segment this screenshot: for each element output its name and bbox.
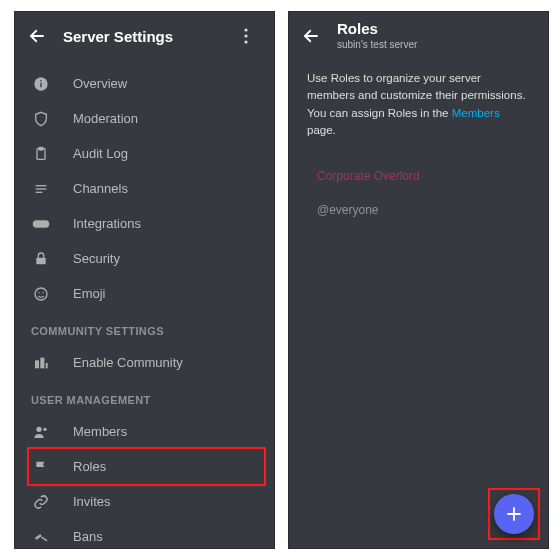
info-icon [31,74,51,94]
svg-rect-23 [41,536,47,541]
svg-point-2 [244,34,247,37]
sidebar-item-integrations[interactable]: Integrations [15,206,274,241]
section-community-settings: Community Settings [15,311,274,345]
plus-icon [505,505,523,523]
list-icon [31,179,51,199]
members-link[interactable]: Members [452,107,500,119]
menu-label: Invites [73,494,111,509]
menu-label: Members [73,424,127,439]
roles-list: Corporate Overlord @everyone [289,155,548,231]
sidebar-item-emoji[interactable]: Emoji [15,276,274,311]
section-user-management: User Management [15,380,274,414]
sidebar-item-bans[interactable]: Bans [15,519,274,549]
sidebar-item-roles[interactable]: Roles [15,449,274,484]
menu-label: Emoji [73,286,106,301]
svg-point-21 [43,427,46,430]
menu-label: Channels [73,181,128,196]
svg-rect-22 [35,533,42,539]
shield-icon [31,109,51,129]
sidebar-item-overview[interactable]: Overview [15,66,274,101]
svg-rect-17 [35,360,39,368]
menu-label: Bans [73,529,103,544]
svg-point-14 [35,288,47,300]
gamepad-icon [31,214,51,234]
server-settings-screen: Server Settings Overview Moderation Audi… [14,11,275,549]
sidebar-item-members[interactable]: Members [15,414,274,449]
desc-text-post: page. [307,124,336,136]
menu-label: Security [73,251,120,266]
lock-icon [31,249,51,269]
menu-label: Roles [73,459,106,474]
svg-rect-13 [36,257,45,264]
members-icon [31,422,51,442]
role-row-everyone[interactable]: @everyone [289,193,548,227]
tutorial-highlight-roles [27,447,266,486]
flag-icon [31,457,51,477]
clipboard-icon [31,144,51,164]
role-row-corporate-overlord[interactable]: Corporate Overlord [289,159,548,193]
role-name: @everyone [317,203,379,217]
add-role-fab-area [488,488,540,540]
svg-point-15 [38,292,39,293]
emoji-icon [31,284,51,304]
more-options-icon[interactable] [244,28,262,44]
svg-point-20 [36,426,41,431]
menu-label: Enable Community [73,355,183,370]
add-role-button[interactable] [494,494,534,534]
link-icon [31,492,51,512]
sidebar-item-invites[interactable]: Invites [15,484,274,519]
sidebar-item-enable-community[interactable]: Enable Community [15,345,274,380]
svg-rect-18 [40,357,44,368]
page-title: Server Settings [63,28,173,45]
back-arrow-icon[interactable] [301,27,321,45]
sidebar-item-security[interactable]: Security [15,241,274,276]
svg-rect-12 [33,220,50,228]
svg-point-16 [42,292,43,293]
svg-rect-6 [40,80,41,81]
sidebar-item-moderation[interactable]: Moderation [15,101,274,136]
svg-point-3 [244,40,247,43]
server-settings-header: Server Settings [15,12,274,60]
settings-menu: Overview Moderation Audit Log Channels I… [15,60,274,549]
svg-rect-5 [40,82,41,87]
svg-rect-8 [39,147,43,150]
menu-label: Audit Log [73,146,128,161]
menu-label: Moderation [73,111,138,126]
sidebar-item-audit-log[interactable]: Audit Log [15,136,274,171]
roles-header: Roles subin's test server [289,12,548,60]
roles-description: Use Roles to organize your server member… [289,60,548,155]
menu-label: Integrations [73,216,141,231]
roles-title: Roles [337,21,417,38]
roles-screen: Roles subin's test server Use Roles to o… [288,11,549,549]
sidebar-item-channels[interactable]: Channels [15,171,274,206]
back-arrow-icon[interactable] [27,27,47,45]
roles-subtitle: subin's test server [337,39,417,51]
svg-rect-19 [46,363,48,368]
community-icon [31,353,51,373]
gavel-icon [31,527,51,547]
svg-point-1 [244,28,247,31]
role-name: Corporate Overlord [317,169,420,183]
menu-label: Overview [73,76,127,91]
